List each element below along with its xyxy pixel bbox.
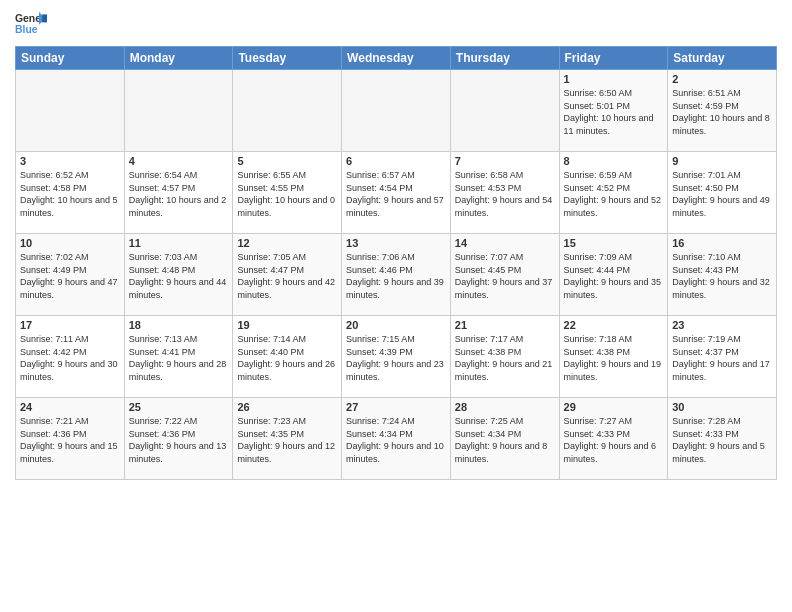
day-info: Sunrise: 7:24 AM Sunset: 4:34 PM Dayligh…	[346, 415, 446, 465]
day-number: 6	[346, 155, 446, 167]
day-number: 12	[237, 237, 337, 249]
day-info: Sunrise: 7:27 AM Sunset: 4:33 PM Dayligh…	[564, 415, 664, 465]
logo: General Blue	[15, 10, 47, 38]
day-number: 2	[672, 73, 772, 85]
calendar-cell: 29Sunrise: 7:27 AM Sunset: 4:33 PM Dayli…	[559, 398, 668, 480]
day-number: 7	[455, 155, 555, 167]
calendar-cell: 2Sunrise: 6:51 AM Sunset: 4:59 PM Daylig…	[668, 70, 777, 152]
calendar-cell	[450, 70, 559, 152]
svg-text:Blue: Blue	[15, 24, 38, 35]
day-info: Sunrise: 7:13 AM Sunset: 4:41 PM Dayligh…	[129, 333, 229, 383]
day-info: Sunrise: 7:25 AM Sunset: 4:34 PM Dayligh…	[455, 415, 555, 465]
day-info: Sunrise: 6:59 AM Sunset: 4:52 PM Dayligh…	[564, 169, 664, 219]
calendar-week-row: 17Sunrise: 7:11 AM Sunset: 4:42 PM Dayli…	[16, 316, 777, 398]
day-number: 19	[237, 319, 337, 331]
day-info: Sunrise: 6:54 AM Sunset: 4:57 PM Dayligh…	[129, 169, 229, 219]
calendar-cell: 30Sunrise: 7:28 AM Sunset: 4:33 PM Dayli…	[668, 398, 777, 480]
day-number: 14	[455, 237, 555, 249]
day-header-sunday: Sunday	[16, 47, 125, 70]
day-number: 16	[672, 237, 772, 249]
calendar-cell: 21Sunrise: 7:17 AM Sunset: 4:38 PM Dayli…	[450, 316, 559, 398]
page: General Blue SundayMondayTuesdayWednesda…	[0, 0, 792, 612]
calendar-table: SundayMondayTuesdayWednesdayThursdayFrid…	[15, 46, 777, 480]
day-number: 9	[672, 155, 772, 167]
day-header-thursday: Thursday	[450, 47, 559, 70]
calendar-header-row: SundayMondayTuesdayWednesdayThursdayFrid…	[16, 47, 777, 70]
calendar-cell	[16, 70, 125, 152]
day-info: Sunrise: 7:06 AM Sunset: 4:46 PM Dayligh…	[346, 251, 446, 301]
day-number: 20	[346, 319, 446, 331]
day-info: Sunrise: 7:05 AM Sunset: 4:47 PM Dayligh…	[237, 251, 337, 301]
svg-marker-3	[42, 14, 47, 22]
day-info: Sunrise: 7:10 AM Sunset: 4:43 PM Dayligh…	[672, 251, 772, 301]
day-info: Sunrise: 7:15 AM Sunset: 4:39 PM Dayligh…	[346, 333, 446, 383]
day-info: Sunrise: 6:57 AM Sunset: 4:54 PM Dayligh…	[346, 169, 446, 219]
day-number: 15	[564, 237, 664, 249]
calendar-cell: 5Sunrise: 6:55 AM Sunset: 4:55 PM Daylig…	[233, 152, 342, 234]
day-header-friday: Friday	[559, 47, 668, 70]
calendar-cell: 23Sunrise: 7:19 AM Sunset: 4:37 PM Dayli…	[668, 316, 777, 398]
calendar-cell: 24Sunrise: 7:21 AM Sunset: 4:36 PM Dayli…	[16, 398, 125, 480]
calendar-week-row: 24Sunrise: 7:21 AM Sunset: 4:36 PM Dayli…	[16, 398, 777, 480]
header: General Blue	[15, 10, 777, 38]
day-info: Sunrise: 7:23 AM Sunset: 4:35 PM Dayligh…	[237, 415, 337, 465]
calendar-cell: 17Sunrise: 7:11 AM Sunset: 4:42 PM Dayli…	[16, 316, 125, 398]
day-number: 23	[672, 319, 772, 331]
calendar-cell: 9Sunrise: 7:01 AM Sunset: 4:50 PM Daylig…	[668, 152, 777, 234]
day-info: Sunrise: 7:07 AM Sunset: 4:45 PM Dayligh…	[455, 251, 555, 301]
day-header-tuesday: Tuesday	[233, 47, 342, 70]
calendar-cell: 1Sunrise: 6:50 AM Sunset: 5:01 PM Daylig…	[559, 70, 668, 152]
day-info: Sunrise: 7:09 AM Sunset: 4:44 PM Dayligh…	[564, 251, 664, 301]
day-number: 21	[455, 319, 555, 331]
calendar-cell: 13Sunrise: 7:06 AM Sunset: 4:46 PM Dayli…	[342, 234, 451, 316]
day-header-saturday: Saturday	[668, 47, 777, 70]
day-header-wednesday: Wednesday	[342, 47, 451, 70]
day-number: 27	[346, 401, 446, 413]
day-number: 8	[564, 155, 664, 167]
day-number: 18	[129, 319, 229, 331]
calendar-cell	[124, 70, 233, 152]
calendar-cell: 25Sunrise: 7:22 AM Sunset: 4:36 PM Dayli…	[124, 398, 233, 480]
day-number: 11	[129, 237, 229, 249]
day-number: 25	[129, 401, 229, 413]
day-info: Sunrise: 6:51 AM Sunset: 4:59 PM Dayligh…	[672, 87, 772, 137]
day-number: 30	[672, 401, 772, 413]
calendar-cell: 27Sunrise: 7:24 AM Sunset: 4:34 PM Dayli…	[342, 398, 451, 480]
calendar-cell: 15Sunrise: 7:09 AM Sunset: 4:44 PM Dayli…	[559, 234, 668, 316]
calendar-cell: 18Sunrise: 7:13 AM Sunset: 4:41 PM Dayli…	[124, 316, 233, 398]
calendar-cell: 22Sunrise: 7:18 AM Sunset: 4:38 PM Dayli…	[559, 316, 668, 398]
calendar-cell: 16Sunrise: 7:10 AM Sunset: 4:43 PM Dayli…	[668, 234, 777, 316]
day-info: Sunrise: 7:03 AM Sunset: 4:48 PM Dayligh…	[129, 251, 229, 301]
day-number: 13	[346, 237, 446, 249]
calendar-cell: 7Sunrise: 6:58 AM Sunset: 4:53 PM Daylig…	[450, 152, 559, 234]
day-info: Sunrise: 7:11 AM Sunset: 4:42 PM Dayligh…	[20, 333, 120, 383]
day-info: Sunrise: 7:01 AM Sunset: 4:50 PM Dayligh…	[672, 169, 772, 219]
calendar-cell: 14Sunrise: 7:07 AM Sunset: 4:45 PM Dayli…	[450, 234, 559, 316]
day-info: Sunrise: 7:17 AM Sunset: 4:38 PM Dayligh…	[455, 333, 555, 383]
calendar-cell: 20Sunrise: 7:15 AM Sunset: 4:39 PM Dayli…	[342, 316, 451, 398]
day-info: Sunrise: 7:22 AM Sunset: 4:36 PM Dayligh…	[129, 415, 229, 465]
calendar-cell: 8Sunrise: 6:59 AM Sunset: 4:52 PM Daylig…	[559, 152, 668, 234]
day-number: 24	[20, 401, 120, 413]
day-number: 28	[455, 401, 555, 413]
calendar-cell: 6Sunrise: 6:57 AM Sunset: 4:54 PM Daylig…	[342, 152, 451, 234]
day-info: Sunrise: 7:02 AM Sunset: 4:49 PM Dayligh…	[20, 251, 120, 301]
calendar-week-row: 10Sunrise: 7:02 AM Sunset: 4:49 PM Dayli…	[16, 234, 777, 316]
calendar-cell: 12Sunrise: 7:05 AM Sunset: 4:47 PM Dayli…	[233, 234, 342, 316]
day-number: 17	[20, 319, 120, 331]
day-header-monday: Monday	[124, 47, 233, 70]
day-info: Sunrise: 7:28 AM Sunset: 4:33 PM Dayligh…	[672, 415, 772, 465]
day-number: 29	[564, 401, 664, 413]
calendar-week-row: 1Sunrise: 6:50 AM Sunset: 5:01 PM Daylig…	[16, 70, 777, 152]
calendar-cell: 26Sunrise: 7:23 AM Sunset: 4:35 PM Dayli…	[233, 398, 342, 480]
day-number: 1	[564, 73, 664, 85]
calendar-cell	[342, 70, 451, 152]
calendar-week-row: 3Sunrise: 6:52 AM Sunset: 4:58 PM Daylig…	[16, 152, 777, 234]
day-info: Sunrise: 6:58 AM Sunset: 4:53 PM Dayligh…	[455, 169, 555, 219]
day-number: 4	[129, 155, 229, 167]
calendar-cell: 10Sunrise: 7:02 AM Sunset: 4:49 PM Dayli…	[16, 234, 125, 316]
day-info: Sunrise: 6:55 AM Sunset: 4:55 PM Dayligh…	[237, 169, 337, 219]
day-number: 26	[237, 401, 337, 413]
calendar-cell: 4Sunrise: 6:54 AM Sunset: 4:57 PM Daylig…	[124, 152, 233, 234]
calendar-cell: 11Sunrise: 7:03 AM Sunset: 4:48 PM Dayli…	[124, 234, 233, 316]
